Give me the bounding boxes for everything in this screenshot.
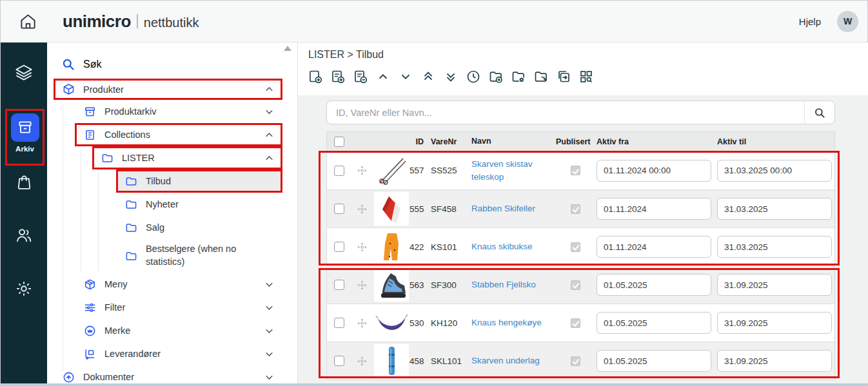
product-link[interactable]: Rabben Skifeller: [471, 204, 535, 213]
aktiv-til-input[interactable]: [717, 160, 832, 182]
product-image-hammock: [374, 306, 409, 340]
nav-item-tilbud[interactable]: Tilbud: [116, 169, 282, 193]
drag-handle[interactable]: [351, 165, 373, 176]
remove-list-item-button[interactable]: [352, 68, 369, 85]
app-logo: unimicro nettbutikk: [63, 12, 199, 32]
publisert-checkbox[interactable]: [571, 356, 580, 366]
aktiv-til-input[interactable]: [717, 236, 832, 258]
product-link[interactable]: Stabben Fjellsko: [471, 280, 536, 289]
row-checkbox[interactable]: [334, 166, 344, 176]
help-link[interactable]: Hjelp: [799, 16, 821, 27]
row-checkbox[interactable]: [334, 318, 344, 328]
user-avatar[interactable]: W: [837, 11, 858, 32]
add-folder-button[interactable]: [488, 68, 504, 85]
nav-item-meny[interactable]: Meny: [75, 273, 282, 296]
drag-handle[interactable]: [351, 356, 373, 367]
chevron-up-icon: [264, 130, 281, 140]
product-link[interactable]: Skarven underlag: [471, 356, 540, 365]
drag-handle[interactable]: [351, 318, 373, 329]
nav-item-merke[interactable]: Merke: [75, 319, 282, 342]
row-checkbox[interactable]: [334, 242, 344, 252]
nav-scroll-up-arrow[interactable]: [284, 46, 291, 51]
move-to-folder-button[interactable]: [533, 68, 549, 85]
cell-id: 458: [409, 356, 425, 366]
drag-handle[interactable]: [351, 204, 373, 215]
tree-guide-line: [81, 149, 81, 271]
aktiv-fra-input[interactable]: [597, 236, 711, 258]
aktiv-fra-input[interactable]: [597, 160, 711, 182]
nav-item-collections[interactable]: Collections: [75, 123, 282, 146]
row-checkbox[interactable]: [334, 280, 344, 290]
folder-settings-button[interactable]: [510, 68, 527, 85]
breadcrumb: LISTER > Tilbud: [308, 49, 384, 61]
aktiv-fra-input[interactable]: [597, 350, 711, 372]
rail-item-shop[interactable]: [1, 173, 47, 191]
table-row: 458 SKL101 Skarven underlag: [327, 342, 834, 380]
publisert-checkbox[interactable]: [571, 242, 580, 252]
nav-item-lister[interactable]: LISTER: [92, 146, 282, 169]
nav-item-produktarkiv[interactable]: Produktarkiv: [75, 100, 282, 123]
select-all-checkbox[interactable]: [334, 137, 344, 147]
cell-varenr: KH120: [425, 318, 468, 328]
publisert-checkbox[interactable]: [571, 204, 580, 214]
drag-handle[interactable]: [351, 280, 373, 291]
shopping-bag-icon: [15, 173, 33, 191]
chevron-down-icon: [264, 280, 281, 289]
aktiv-til-input[interactable]: [717, 350, 832, 372]
product-search-input[interactable]: [327, 101, 804, 124]
aktiv-fra-input[interactable]: [597, 312, 711, 334]
rail-item-settings[interactable]: [1, 280, 47, 298]
move-bottom-button[interactable]: [442, 68, 459, 85]
aktiv-til-input[interactable]: [717, 198, 832, 220]
copy-to-folder-button[interactable]: [555, 68, 572, 85]
cell-id: 555: [409, 204, 425, 214]
home-icon: [19, 13, 37, 30]
aktiv-til-input[interactable]: [717, 312, 832, 334]
users-icon: [15, 226, 33, 244]
schedule-button[interactable]: [465, 68, 482, 85]
search-submit-button[interactable]: [804, 101, 834, 124]
search-icon: [62, 58, 75, 71]
nav-item-salg[interactable]: Salg: [116, 216, 282, 239]
nav-search[interactable]: Søk: [54, 53, 282, 76]
product-link[interactable]: Knaus hengekøye: [471, 318, 542, 327]
browse-grid-button[interactable]: [578, 68, 595, 85]
product-table: ID VareNr Navn Publisert Aktiv fra Aktiv…: [326, 131, 835, 380]
rail-item-users[interactable]: [1, 226, 47, 244]
aktiv-fra-input[interactable]: [597, 274, 711, 296]
move-up-button[interactable]: [375, 68, 391, 85]
add-list-item-button[interactable]: [330, 68, 346, 85]
nav-item-produkter[interactable]: Produkter: [54, 79, 282, 100]
move-top-button[interactable]: [420, 68, 437, 85]
nav-item-filter[interactable]: Filter: [75, 296, 282, 319]
aktiv-til-input[interactable]: [717, 274, 832, 296]
nav-item-leverandorer[interactable]: Leverandører: [75, 342, 282, 365]
cell-varenr: SF458: [425, 204, 468, 214]
publisert-checkbox[interactable]: [571, 318, 580, 328]
main-area: LISTER > Tilbud: [298, 43, 868, 383]
rail-item-archive[interactable]: [11, 113, 39, 142]
folder-icon: [124, 221, 137, 234]
nav-item-dokumenter[interactable]: Dokumenter: [54, 365, 282, 383]
rail-item-layers[interactable]: [1, 63, 47, 81]
cell-varenr: SS525: [425, 166, 468, 175]
move-down-button[interactable]: [397, 68, 414, 85]
nav-item-bestselgere[interactable]: Bestselgere (when no statistics): [116, 239, 282, 273]
product-image-sleeping-pad: [374, 344, 409, 378]
cell-id: 530: [409, 318, 425, 328]
product-image-ski-pants: [374, 230, 409, 264]
row-checkbox[interactable]: [334, 356, 344, 366]
search-icon: [814, 107, 825, 119]
product-link[interactable]: Knaus skibukse: [471, 242, 533, 251]
product-image-hiking-boot: [374, 268, 409, 302]
home-button[interactable]: [16, 10, 39, 33]
archive-icon: [83, 105, 96, 118]
product-link[interactable]: Skarven skistav teleskop: [471, 159, 533, 182]
add-item-button[interactable]: [307, 68, 324, 85]
aktiv-fra-input[interactable]: [597, 198, 711, 220]
drag-handle[interactable]: [351, 242, 373, 253]
publisert-checkbox[interactable]: [571, 280, 580, 290]
nav-item-nyheter[interactable]: Nyheter: [116, 193, 282, 216]
row-checkbox[interactable]: [334, 204, 344, 214]
publisert-checkbox[interactable]: [571, 166, 580, 175]
